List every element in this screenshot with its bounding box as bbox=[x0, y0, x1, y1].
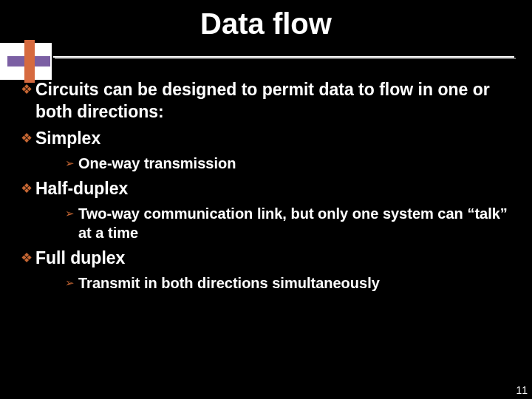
bullet-text: Half-duplex bbox=[35, 177, 128, 200]
list-item: ➢ One-way transmission bbox=[61, 154, 514, 173]
list-item: ❖ Circuits can be designed to permit dat… bbox=[18, 78, 514, 123]
subbullet-text: One-way transmission bbox=[78, 154, 236, 173]
slide-title: Data flow bbox=[0, 7, 532, 41]
subbullet-text: Two-way communication link, but only one… bbox=[78, 204, 514, 242]
slide-body: ❖ Circuits can be designed to permit dat… bbox=[18, 74, 514, 293]
diamond-bullet-icon: ❖ bbox=[18, 127, 35, 149]
diamond-bullet-icon: ❖ bbox=[18, 247, 35, 269]
page-number: 11 bbox=[516, 384, 528, 396]
list-item: ➢ Two-way communication link, but only o… bbox=[61, 204, 514, 242]
list-item: ❖ Full duplex bbox=[18, 247, 514, 269]
slide: Data flow ❖ Circuits can be designed to … bbox=[0, 0, 532, 399]
diamond-bullet-icon: ❖ bbox=[18, 78, 35, 100]
arrow-bullet-icon: ➢ bbox=[61, 204, 78, 223]
diamond-bullet-icon: ❖ bbox=[18, 177, 35, 200]
title-divider-shadow bbox=[55, 58, 516, 59]
list-item: ❖ Simplex bbox=[18, 127, 514, 149]
arrow-bullet-icon: ➢ bbox=[61, 154, 78, 173]
list-item: ❖ Half-duplex bbox=[18, 177, 514, 200]
subbullet-text: Transmit in both directions simultaneous… bbox=[78, 273, 380, 293]
bullet-text: Circuits can be designed to permit data … bbox=[35, 78, 514, 123]
list-item: ➢ Transmit in both directions simultaneo… bbox=[61, 273, 514, 293]
arrow-bullet-icon: ➢ bbox=[61, 273, 78, 293]
bullet-text: Full duplex bbox=[35, 247, 125, 269]
bullet-text: Simplex bbox=[35, 127, 100, 149]
